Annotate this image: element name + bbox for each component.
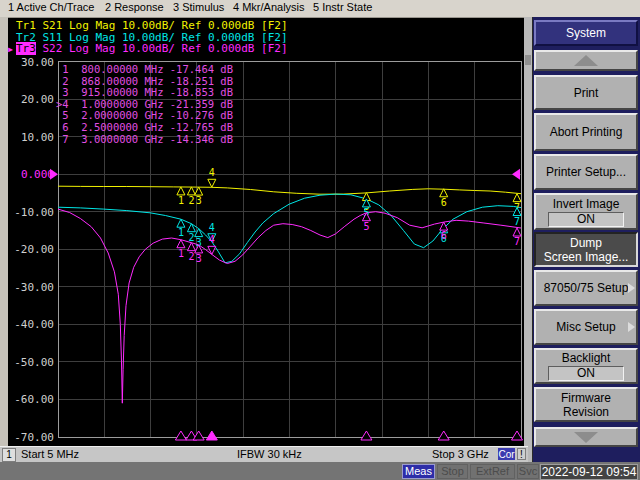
y-axis-tick-label: 10.00 bbox=[21, 131, 54, 144]
menu-item-5-instr-state[interactable]: 5 Instr State bbox=[313, 1, 372, 13]
softkey-scroll-down-button[interactable] bbox=[534, 427, 638, 447]
softkey-system-header[interactable]: System bbox=[534, 20, 638, 46]
marker-4-icon bbox=[208, 179, 216, 187]
softkey-dump-screen-image-button[interactable]: Dump Screen Image... bbox=[534, 232, 638, 267]
softkey-label: 87050/75 Setup bbox=[544, 281, 629, 295]
y-axis-tick-label: 0.000 bbox=[21, 168, 54, 181]
marker-table-row: 7 3.0000000 GHz -14.346 dB bbox=[56, 133, 233, 145]
marker-table-row: 5 2.0000000 GHz -10.276 dB bbox=[56, 109, 233, 121]
marker-table-row: 3 915.00000 MHz -18.853 dB bbox=[56, 86, 233, 98]
softkey-toggle-value: ON bbox=[548, 212, 624, 227]
start-frequency-label: Start 5 MHz bbox=[21, 448, 79, 460]
warning-badge: ! bbox=[517, 448, 526, 460]
softkey-abort-printing-button[interactable]: Abort Printing bbox=[534, 113, 638, 151]
menu-item-3-stimulus[interactable]: 3 Stimulus bbox=[173, 1, 224, 13]
stop-status-badge: Stop bbox=[437, 464, 468, 479]
menu-item-1-active-ch-trace[interactable]: 1 Active Ch/Trace bbox=[8, 1, 94, 13]
softkey-scrollbar[interactable] bbox=[524, 17, 533, 462]
softkey-label: Abort Printing bbox=[550, 125, 623, 139]
stop-frequency-label: Stop 3 GHz bbox=[432, 448, 489, 460]
marker-label: 6 bbox=[441, 230, 447, 241]
marker-label: 6 bbox=[441, 197, 447, 208]
stimulus-marker-3-icon bbox=[193, 431, 204, 440]
softkey-firmware-revision-button[interactable]: Firmware Revision bbox=[534, 387, 638, 422]
softkey-label: Misc Setup bbox=[556, 320, 615, 334]
marker-label: 4 bbox=[209, 222, 215, 233]
softkey-label: Print bbox=[574, 86, 599, 100]
vna-screen: 1 Active Ch/Trace2 Response3 Stimulus4 M… bbox=[0, 0, 640, 480]
marker-label: 7 bbox=[514, 236, 520, 247]
scroll-down-arrow-icon bbox=[574, 432, 598, 443]
instrument-status-bar: Meas Stop ExtRef Svc 2022-09-12 09:54 bbox=[0, 462, 640, 480]
stimulus-marker-5-icon bbox=[361, 431, 372, 440]
ref-level-arrow-left-icon bbox=[50, 169, 58, 180]
stimulus-marker-6-icon bbox=[438, 431, 449, 440]
marker-1-icon bbox=[177, 187, 185, 195]
svc-status-badge: Svc bbox=[517, 464, 539, 479]
y-axis-tick-label: 30.00 bbox=[21, 56, 54, 69]
marker-table-row: >4 1.0000000 GHz -21.359 dB bbox=[56, 98, 233, 110]
marker-label: 7 bbox=[514, 216, 520, 227]
y-axis-tick-label: -70.00 bbox=[14, 431, 54, 444]
submenu-arrow-icon bbox=[628, 283, 635, 293]
menu-item-2-response[interactable]: 2 Response bbox=[105, 1, 164, 13]
softkey-misc-setup-button[interactable]: Misc Setup bbox=[534, 309, 638, 345]
extref-status-badge: ExtRef bbox=[470, 464, 515, 479]
menu-item-4-mkr-analysis[interactable]: 4 Mkr/Analysis bbox=[233, 1, 305, 13]
marker-6-icon bbox=[440, 189, 448, 197]
softkey-menu: SystemPrintAbort PrintingPrinter Setup..… bbox=[524, 17, 640, 462]
datetime-display: 2022-09-12 09:54 bbox=[540, 464, 638, 480]
menu-bar: 1 Active Ch/Trace2 Response3 Stimulus4 M… bbox=[0, 0, 640, 18]
softkey-print-button[interactable]: Print bbox=[534, 75, 638, 110]
marker-label: 2 bbox=[188, 251, 194, 262]
softkey-scrollbar-thumb[interactable] bbox=[525, 55, 531, 65]
softkey-label: Printer Setup... bbox=[546, 165, 626, 179]
channel-number-badge: 1 bbox=[2, 448, 16, 462]
channel-status-bar: 1 Start 5 MHz IFBW 30 kHz Stop 3 GHz Cor… bbox=[0, 446, 528, 463]
marker-7-icon bbox=[513, 228, 521, 236]
ref-level-arrow-right-icon bbox=[512, 169, 520, 180]
ifbw-label: IFBW 30 kHz bbox=[237, 448, 302, 460]
y-axis-tick-label: 20.00 bbox=[21, 93, 54, 106]
y-axis-tick-label: -60.00 bbox=[14, 393, 54, 406]
marker-label: 5 bbox=[363, 221, 369, 232]
softkey-label: Firmware Revision bbox=[561, 391, 611, 419]
meas-status-badge: Meas bbox=[402, 464, 435, 479]
marker-label: 3 bbox=[196, 195, 202, 206]
softkey-backlight-button[interactable]: BacklightON bbox=[534, 348, 638, 384]
marker-2-icon bbox=[187, 187, 195, 195]
softkey-toggle-value: ON bbox=[548, 366, 624, 381]
softkey-87050-75-setup-button[interactable]: 87050/75 Setup bbox=[534, 270, 638, 306]
marker-table-row: 2 868.00000 MHz -18.251 dB bbox=[56, 75, 233, 87]
marker-4-icon bbox=[208, 246, 216, 254]
scroll-up-arrow-icon bbox=[574, 55, 598, 66]
softkey-printer-setup-button[interactable]: Printer Setup... bbox=[534, 154, 638, 190]
marker-label: 1 bbox=[178, 195, 184, 206]
y-axis-tick-label: -50.00 bbox=[14, 356, 54, 369]
marker-table-row: 1 800.00000 MHz -17.464 dB bbox=[56, 63, 233, 75]
marker-label: 4 bbox=[209, 234, 215, 245]
marker-3-icon bbox=[195, 187, 203, 195]
marker-label: 3 bbox=[196, 253, 202, 264]
y-axis-tick-label: -40.00 bbox=[14, 318, 54, 331]
softkey-invert-image-button[interactable]: Invert ImageON bbox=[534, 193, 638, 230]
softkey-label: Dump Screen Image... bbox=[544, 236, 629, 264]
marker-label: 4 bbox=[209, 167, 215, 178]
marker-3-icon bbox=[195, 229, 203, 237]
y-axis-tick-label: -20.00 bbox=[14, 243, 54, 256]
softkey-label: Invert Image bbox=[553, 197, 620, 211]
marker-table-row: 6 2.5000000 GHz -12.765 dB bbox=[56, 121, 233, 133]
marker-label: 2 bbox=[188, 195, 194, 206]
stimulus-marker-4-icon bbox=[206, 431, 217, 440]
correction-status-badge: Cor bbox=[498, 448, 515, 460]
marker-2-icon bbox=[187, 224, 195, 232]
softkey-scroll-up-button[interactable] bbox=[534, 50, 638, 71]
stimulus-marker-1-icon bbox=[175, 431, 186, 440]
marker-label: 1 bbox=[178, 248, 184, 259]
y-axis-tick-label: -30.00 bbox=[14, 281, 54, 294]
measurement-plot: 30.0020.0010.000.000-10.00-20.00-30.00-4… bbox=[8, 17, 524, 446]
y-axis-tick-label: -10.00 bbox=[14, 206, 54, 219]
marker-7-icon bbox=[513, 194, 521, 202]
softkey-label: System bbox=[566, 26, 606, 40]
softkey-label: Backlight bbox=[562, 351, 611, 365]
